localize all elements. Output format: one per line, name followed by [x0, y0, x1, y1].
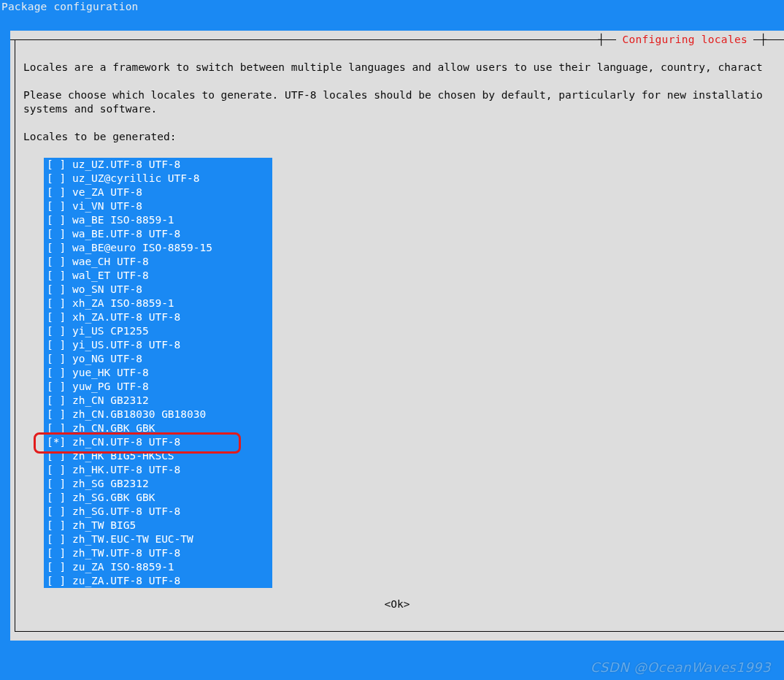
dialog-box: ┤ Configuring locales ├ Locales are a fr…: [10, 31, 784, 641]
locale-item[interactable]: [ ] ve_ZA UTF-8: [44, 186, 271, 199]
ok-button[interactable]: <Ok>: [10, 597, 784, 611]
prompt-label: Locales to be generated:: [23, 131, 177, 142]
desc-line-1: Locales are a framework to switch betwee…: [23, 61, 763, 73]
window-title: Package configuration: [0, 0, 139, 14]
desc-line-3: systems and software.: [23, 103, 157, 115]
locale-item[interactable]: [ ] xh_ZA.UTF-8 UTF-8: [44, 310, 271, 324]
locale-item[interactable]: [ ] zh_CN.GBK GBK: [44, 421, 271, 435]
dialog-title: Configuring locales: [616, 33, 753, 47]
locale-item[interactable]: [ ] uz_UZ.UTF-8 UTF-8: [44, 158, 271, 172]
dialog-content: Locales are a framework to switch betwee…: [23, 47, 784, 624]
locale-item[interactable]: [ ] xh_ZA ISO-8859-1: [44, 297, 271, 310]
locale-item[interactable]: [ ] yi_US.UTF-8 UTF-8: [44, 338, 271, 352]
locale-item[interactable]: [ ] yue_HK UTF-8: [44, 366, 271, 380]
locale-item[interactable]: [ ] wa_BE@euro ISO-8859-15: [44, 241, 271, 255]
locale-item[interactable]: [ ] wa_BE ISO-8859-1: [44, 213, 271, 227]
locale-checklist[interactable]: [ ] uz_UZ.UTF-8 UTF-8 [ ] uz_UZ@cyrillic…: [44, 158, 272, 588]
locale-item[interactable]: [ ] yo_NG UTF-8: [44, 352, 271, 366]
locale-item[interactable]: [ ] wae_CH UTF-8: [44, 255, 271, 269]
locale-item[interactable]: [ ] zh_SG GB2312: [44, 477, 271, 491]
locale-item[interactable]: [ ] vi_VN UTF-8: [44, 199, 271, 213]
locale-item[interactable]: [ ] zh_HK.UTF-8 UTF-8: [44, 463, 271, 477]
locale-item[interactable]: [ ] zh_CN.GB18030 GB18030: [44, 408, 271, 421]
locale-item[interactable]: [ ] zh_TW.UTF-8 UTF-8: [44, 546, 271, 560]
locale-item[interactable]: [*] zh_CN.UTF-8 UTF-8: [44, 435, 271, 449]
locale-item[interactable]: [ ] wal_ET UTF-8: [44, 269, 271, 283]
dialog-border-bottom: [15, 631, 784, 632]
screenshot-root: Package configuration ┤ Configuring loca…: [0, 0, 784, 680]
locale-item[interactable]: [ ] zh_SG.UTF-8 UTF-8: [44, 505, 271, 519]
watermark-text: CSDN @OceanWaves1993: [591, 660, 771, 674]
locale-item[interactable]: [ ] zh_HK BIG5-HKSCS: [44, 449, 271, 463]
desc-line-2: Please choose which locales to generate.…: [23, 89, 763, 101]
locale-item[interactable]: [ ] zh_CN GB2312: [44, 394, 271, 408]
locale-item[interactable]: [ ] zh_TW.EUC-TW EUC-TW: [44, 532, 271, 546]
locale-item[interactable]: [ ] yi_US CP1255: [44, 324, 271, 338]
locale-item[interactable]: [ ] zh_SG.GBK GBK: [44, 491, 271, 505]
locale-item[interactable]: [ ] wo_SN UTF-8: [44, 283, 271, 297]
locale-item[interactable]: [ ] uz_UZ@cyrillic UTF-8: [44, 172, 271, 186]
locale-item[interactable]: [ ] zu_ZA ISO-8859-1: [44, 560, 271, 574]
locale-item[interactable]: [ ] yuw_PG UTF-8: [44, 380, 271, 394]
locale-item[interactable]: [ ] zu_ZA.UTF-8 UTF-8: [44, 574, 271, 588]
locale-item[interactable]: [ ] zh_TW BIG5: [44, 519, 271, 532]
title-frame-left: ┤: [598, 33, 604, 47]
locale-item[interactable]: [ ] wa_BE.UTF-8 UTF-8: [44, 227, 271, 241]
title-frame-right: ├: [760, 33, 766, 47]
dialog-border-left: [15, 39, 15, 632]
terminal-background: Package configuration ┤ Configuring loca…: [0, 0, 784, 680]
